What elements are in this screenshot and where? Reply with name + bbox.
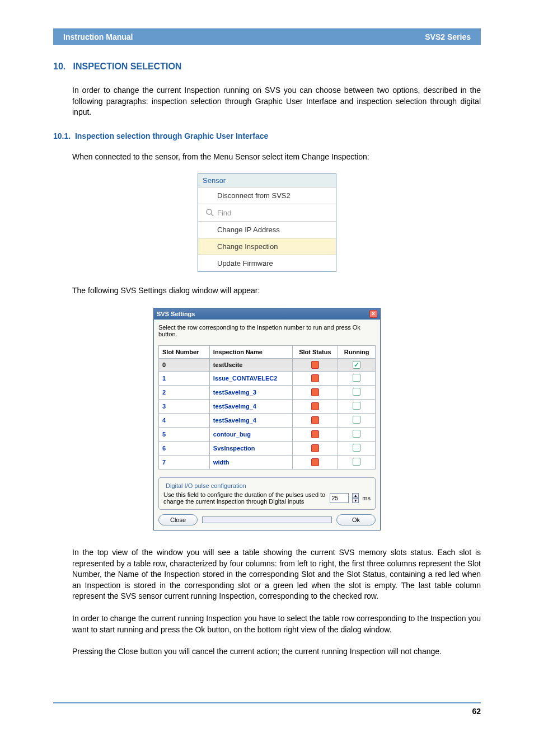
cell-slot-number: 0 [159, 358, 210, 371]
running-checkbox[interactable] [353, 388, 360, 396]
cell-inspection-name: contour_bug [209, 427, 292, 441]
pulse-value-input[interactable] [330, 493, 349, 503]
slots-table: Slot Number Inspection Name Slot Status … [158, 345, 376, 469]
running-checkbox[interactable]: ✓ [353, 361, 360, 369]
chevron-down-icon[interactable]: ▼ [352, 498, 359, 503]
table-row[interactable]: 1Issue_CONTAVELEC2 [159, 371, 376, 385]
col-inspection-name: Inspection Name [209, 345, 292, 358]
cell-slot-status [292, 413, 338, 427]
cell-slot-number: 6 [159, 441, 210, 455]
cell-slot-number: 1 [159, 371, 210, 385]
ok-button[interactable]: Ok [336, 514, 376, 525]
cell-running [338, 441, 376, 455]
table-row[interactable]: 4testSaveImg_4 [159, 413, 376, 427]
cell-slot-number: 7 [159, 455, 210, 469]
section-title: 10. INSPECTION SELECTION [53, 62, 481, 72]
table-row[interactable]: 3testSaveImg_4 [159, 399, 376, 413]
col-running: Running [338, 345, 376, 358]
running-checkbox[interactable] [353, 402, 360, 410]
col-slot-number: Slot Number [159, 345, 210, 358]
status-led-icon [311, 458, 319, 466]
paragraph-2: In order to change the current running I… [72, 613, 481, 635]
menu-item[interactable]: Disconnect from SVS2 [198, 187, 336, 204]
pulse-config-group: Digital I/O pulse configuration Use this… [158, 477, 376, 510]
subsection-title: 10.1. Inspection selection through Graph… [53, 132, 481, 140]
menu-item-label: Update Firmware [217, 259, 273, 267]
menu-item[interactable]: Update Firmware [198, 255, 336, 271]
cell-slot-number: 4 [159, 413, 210, 427]
subsection-heading: Inspection selection through Graphic Use… [75, 132, 268, 140]
intro-paragraph: In order to change the current Inspectio… [72, 85, 481, 118]
cell-slot-number: 3 [159, 399, 210, 413]
svg-point-0 [207, 209, 212, 214]
cell-running [338, 427, 376, 441]
paragraph-3: Pressing the Close button you will cance… [72, 646, 481, 658]
menu-item-label: Change Inspection [217, 242, 278, 251]
status-led-icon [311, 374, 319, 382]
svs-settings-dialog: SVS Settings × Select the row correspond… [153, 308, 381, 530]
pulse-legend: Digital I/O pulse configuration [163, 482, 249, 489]
section-number: 10. [53, 62, 65, 71]
menu-title[interactable]: Sensor [198, 174, 336, 187]
running-checkbox[interactable] [353, 458, 360, 466]
cell-slot-status [292, 358, 338, 371]
header-right: SVS2 Series [425, 32, 471, 41]
cell-inspection-name: width [209, 455, 292, 469]
cell-slot-status [292, 441, 338, 455]
paragraph-1: In the top view of the window you will s… [72, 547, 481, 602]
menu-item-label: Find [217, 209, 231, 217]
status-led-icon [311, 388, 319, 396]
chevron-up-icon[interactable]: ▲ [352, 493, 359, 498]
close-button[interactable]: Close [158, 514, 198, 525]
dialog-instruction: Select the row corresponding to the Insp… [158, 324, 376, 337]
menu-item[interactable]: Change Inspection [198, 238, 336, 255]
table-row[interactable]: 2testSaveImg_3 [159, 385, 376, 399]
cell-inspection-name: testUscite [209, 358, 292, 371]
cell-slot-status [292, 385, 338, 399]
subsection-line2: The following SVS Settings dialog window… [72, 285, 481, 297]
cell-running [338, 413, 376, 427]
table-row[interactable]: 6SvsInspection [159, 441, 376, 455]
sensor-menu: Sensor Disconnect from SVS2FindChange IP… [198, 173, 336, 272]
running-checkbox[interactable] [353, 444, 360, 452]
status-led-icon [311, 416, 319, 424]
pulse-unit: ms [362, 495, 371, 501]
svg-line-1 [211, 214, 213, 216]
menu-item-label: Change IP Address [217, 226, 280, 234]
status-led-icon [311, 402, 319, 410]
search-icon [203, 208, 217, 217]
menu-item[interactable]: Change IP Address [198, 222, 336, 238]
cell-slot-status [292, 455, 338, 469]
subsection-number: 10.1. [53, 132, 71, 140]
pulse-spinner[interactable]: ▲ ▼ [352, 493, 359, 503]
close-icon[interactable]: × [369, 310, 377, 318]
cell-running [338, 385, 376, 399]
cell-slot-number: 5 [159, 427, 210, 441]
cell-inspection-name: testSaveImg_4 [209, 413, 292, 427]
running-checkbox[interactable] [353, 374, 360, 382]
cell-slot-status [292, 427, 338, 441]
dialog-titlebar: SVS Settings × [154, 308, 380, 320]
page-header-bar: Instruction Manual SVS2 Series [53, 28, 481, 45]
menu-item: Find [198, 204, 336, 222]
cell-running [338, 371, 376, 385]
menu-item-label: Disconnect from SVS2 [217, 191, 291, 200]
cell-running [338, 399, 376, 413]
cell-inspection-name: SvsInspection [209, 441, 292, 455]
table-row[interactable]: 0testUscite✓ [159, 358, 376, 371]
status-led-icon [311, 361, 319, 369]
cell-inspection-name: testSaveImg_3 [209, 385, 292, 399]
status-led-icon [311, 430, 319, 438]
table-row[interactable]: 5contour_bug [159, 427, 376, 441]
cell-slot-number: 2 [159, 385, 210, 399]
subsection-line1: When connected to the sensor, from the M… [72, 152, 481, 163]
table-row[interactable]: 7width [159, 455, 376, 469]
header-left: Instruction Manual [63, 32, 133, 41]
page-number: 62 [53, 707, 481, 716]
footer-rule [53, 702, 481, 703]
section-heading: INSPECTION SELECTION [73, 62, 182, 71]
cell-running: ✓ [338, 358, 376, 371]
running-checkbox[interactable] [353, 416, 360, 424]
cell-slot-status [292, 371, 338, 385]
running-checkbox[interactable] [353, 430, 360, 438]
